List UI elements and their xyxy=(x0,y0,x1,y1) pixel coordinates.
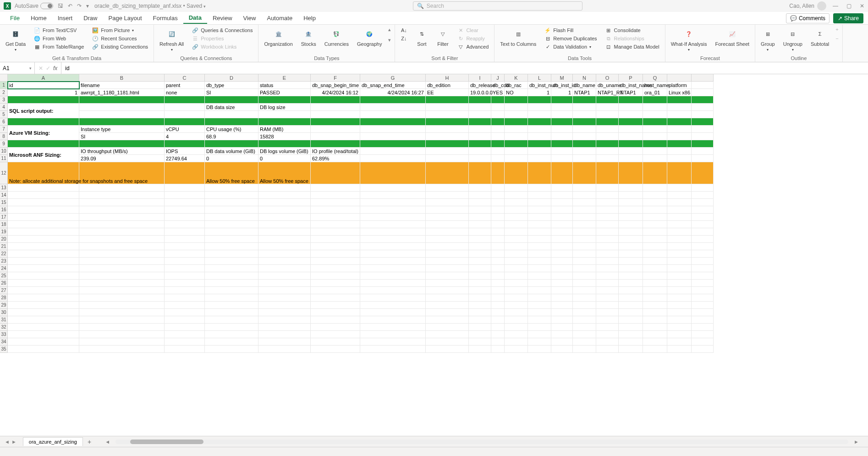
cell-G26[interactable] xyxy=(360,280,426,287)
cell-B5[interactable] xyxy=(79,111,165,118)
cell-K28[interactable] xyxy=(505,294,528,302)
cell-M19[interactable] xyxy=(551,228,573,236)
cell-H9[interactable] xyxy=(426,140,469,148)
cell-O17[interactable] xyxy=(596,214,619,221)
scroll-down-icon[interactable]: ▾ xyxy=(388,37,391,43)
cell-I10[interactable] xyxy=(469,148,491,155)
row-header-27[interactable]: 27 xyxy=(0,287,8,294)
tab-insert[interactable]: Insert xyxy=(52,13,78,23)
cell-M4[interactable] xyxy=(551,104,573,111)
cell-B13[interactable] xyxy=(79,184,165,192)
cell-K19[interactable] xyxy=(505,228,528,236)
cell-C19[interactable] xyxy=(165,228,205,236)
cell-Q11[interactable] xyxy=(643,155,667,162)
cell-N18[interactable] xyxy=(573,221,596,228)
cell-F9[interactable] xyxy=(311,140,360,148)
cell-H32[interactable] xyxy=(426,324,469,331)
cell-L23[interactable] xyxy=(528,258,551,265)
cell-J31[interactable] xyxy=(491,316,505,324)
cell-O6[interactable] xyxy=(596,118,619,126)
cell-O14[interactable] xyxy=(596,192,619,199)
cell-P13[interactable] xyxy=(619,184,643,192)
cell-A9[interactable] xyxy=(8,140,79,148)
cell-R16[interactable] xyxy=(667,206,692,214)
cell-B20[interactable] xyxy=(79,236,165,243)
cell-H24[interactable] xyxy=(426,265,469,272)
cell-E21[interactable] xyxy=(258,243,311,250)
row-header-14[interactable]: 14 xyxy=(0,192,8,199)
get-data-button[interactable]: 🗄️ Get Data▾ xyxy=(4,27,27,53)
cell-Q27[interactable] xyxy=(643,287,667,294)
scroll-thumb[interactable] xyxy=(130,440,203,444)
cell-C7[interactable]: vCPU xyxy=(165,126,205,133)
redo-icon[interactable]: ↷ xyxy=(77,3,82,9)
cell-P32[interactable] xyxy=(619,324,643,331)
cell-P23[interactable] xyxy=(619,258,643,265)
column-header-K[interactable]: K xyxy=(505,74,528,82)
user-account[interactable]: Cao, Allen xyxy=(789,1,826,11)
cell-L10[interactable] xyxy=(528,148,551,155)
row-header-6[interactable]: 6 xyxy=(0,118,8,126)
cell-O9[interactable] xyxy=(596,140,619,148)
cell-J7[interactable] xyxy=(491,126,505,133)
cell-E2[interactable]: PASSED xyxy=(258,89,311,96)
cell-M21[interactable] xyxy=(551,243,573,250)
cell-G21[interactable] xyxy=(360,243,426,250)
cell-17[interactable] xyxy=(692,214,714,221)
cell-D30[interactable] xyxy=(205,309,258,316)
cell-G19[interactable] xyxy=(360,228,426,236)
cell-F18[interactable] xyxy=(311,221,360,228)
cell-Q14[interactable] xyxy=(643,192,667,199)
cell-O21[interactable] xyxy=(596,243,619,250)
row-header-1[interactable]: 1 xyxy=(0,82,8,89)
cell-G13[interactable] xyxy=(360,184,426,192)
cell-P3[interactable] xyxy=(619,96,643,104)
cell-G16[interactable] xyxy=(360,206,426,214)
cell-3[interactable] xyxy=(692,96,714,104)
cell-E5[interactable] xyxy=(258,111,311,118)
cell-E31[interactable] xyxy=(258,316,311,324)
cell-K32[interactable] xyxy=(505,324,528,331)
cell-B24[interactable] xyxy=(79,265,165,272)
organization-type[interactable]: 🏛️Organization xyxy=(262,27,294,48)
cell-F16[interactable] xyxy=(311,206,360,214)
cell-E14[interactable] xyxy=(258,192,311,199)
cell-A3[interactable] xyxy=(8,96,79,104)
cell-E17[interactable] xyxy=(258,214,311,221)
cell-P16[interactable] xyxy=(619,206,643,214)
cell-E35[interactable] xyxy=(258,346,311,353)
cell-F17[interactable] xyxy=(311,214,360,221)
cell-M27[interactable] xyxy=(551,287,573,294)
cell-A1[interactable]: id xyxy=(8,82,79,89)
cell-C6[interactable] xyxy=(165,118,205,126)
share-button[interactable]: ↗ Share xyxy=(833,13,863,23)
cell-D22[interactable] xyxy=(205,250,258,258)
cell-D28[interactable] xyxy=(205,294,258,302)
cell-E1[interactable]: status xyxy=(258,82,311,89)
cell-O12[interactable] xyxy=(596,162,619,184)
cell-Q4[interactable] xyxy=(643,104,667,111)
cell-L21[interactable] xyxy=(528,243,551,250)
cell-L19[interactable] xyxy=(528,228,551,236)
cell-O25[interactable] xyxy=(596,272,619,280)
cell-B14[interactable] xyxy=(79,192,165,199)
cell-A35[interactable] xyxy=(8,346,79,353)
recent-sources-button[interactable]: 🕐Recent Sources xyxy=(90,35,150,42)
cell-10[interactable] xyxy=(692,148,714,155)
cell-J28[interactable] xyxy=(491,294,505,302)
row-header-8[interactable]: 8 xyxy=(0,133,8,140)
column-header-I[interactable]: I xyxy=(469,74,491,82)
cell-B18[interactable] xyxy=(79,221,165,228)
cell-A33[interactable] xyxy=(8,331,79,338)
cell-I9[interactable] xyxy=(469,140,491,148)
cell-L9[interactable] xyxy=(528,140,551,148)
row-header-25[interactable]: 25 xyxy=(0,272,8,280)
cell-K31[interactable] xyxy=(505,316,528,324)
cell-O3[interactable] xyxy=(596,96,619,104)
cell-G35[interactable] xyxy=(360,346,426,353)
stocks-type[interactable]: 🏦Stocks xyxy=(299,27,318,48)
cell-B31[interactable] xyxy=(79,316,165,324)
currencies-type[interactable]: 💱Currencies xyxy=(323,27,351,48)
cell-G30[interactable] xyxy=(360,309,426,316)
save-icon[interactable]: 🖫 xyxy=(58,3,63,9)
